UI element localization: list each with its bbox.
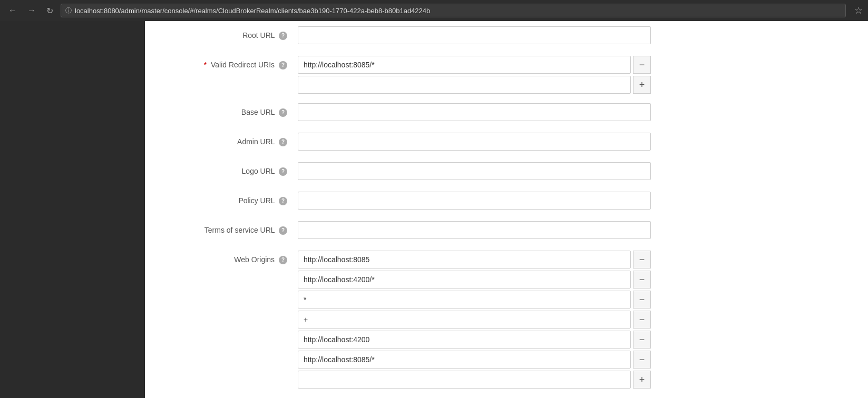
root-url-input-area bbox=[298, 26, 651, 44]
policy-url-input-area bbox=[298, 192, 651, 210]
web-origins-remove-button-2[interactable]: − bbox=[633, 271, 651, 288]
web-origins-input-1[interactable] bbox=[298, 251, 631, 268]
admin-url-input[interactable] bbox=[298, 133, 651, 151]
valid-redirect-input-row-1: − bbox=[298, 56, 651, 74]
page-layout: Root URL ? * Valid Redirect URIs ? − bbox=[0, 21, 868, 398]
web-origins-remove-button-1[interactable]: − bbox=[633, 251, 651, 268]
policy-url-row: Policy URL ? bbox=[166, 192, 651, 212]
root-url-input[interactable] bbox=[298, 26, 651, 44]
web-origins-remove-button-4[interactable]: − bbox=[633, 311, 651, 329]
valid-redirect-uris-row: * Valid Redirect URIs ? − + bbox=[166, 56, 651, 94]
web-origins-row-6: − bbox=[298, 351, 651, 369]
web-origins-row-2: − bbox=[298, 271, 651, 288]
terms-of-service-url-label: Terms of service URL ? bbox=[166, 221, 298, 236]
web-origins-help-icon[interactable]: ? bbox=[279, 256, 287, 264]
terms-of-service-url-input-area bbox=[298, 221, 651, 239]
valid-redirect-help-icon[interactable]: ? bbox=[279, 61, 287, 69]
valid-redirect-remove-button-1[interactable]: − bbox=[633, 56, 651, 74]
policy-url-label: Policy URL ? bbox=[166, 192, 298, 206]
admin-url-label: Admin URL ? bbox=[166, 133, 298, 147]
root-url-label: Root URL ? bbox=[166, 26, 298, 41]
browser-chrome: ← → ↻ ⓘ localhost:8080/admin/master/cons… bbox=[0, 0, 868, 21]
main-content: Root URL ? * Valid Redirect URIs ? − bbox=[145, 21, 868, 398]
web-origins-row-5: − bbox=[298, 331, 651, 349]
web-origins-row-1: − bbox=[298, 251, 651, 268]
terms-of-service-url-input[interactable] bbox=[298, 221, 651, 239]
valid-redirect-input-2[interactable] bbox=[298, 76, 631, 94]
admin-url-help-icon[interactable]: ? bbox=[279, 138, 287, 146]
refresh-button[interactable]: ↻ bbox=[43, 4, 56, 18]
web-origins-remove-button-3[interactable]: − bbox=[633, 291, 651, 309]
web-origins-input-2[interactable] bbox=[298, 271, 631, 288]
forward-button[interactable]: → bbox=[24, 4, 39, 17]
logo-url-input[interactable] bbox=[298, 162, 651, 180]
valid-redirect-input-1[interactable] bbox=[298, 56, 631, 74]
valid-redirect-uris-label: * Valid Redirect URIs ? bbox=[166, 56, 298, 71]
terms-of-service-url-help-icon[interactable]: ? bbox=[279, 226, 287, 235]
valid-redirect-add-button[interactable]: + bbox=[633, 76, 651, 94]
logo-url-help-icon[interactable]: ? bbox=[279, 167, 287, 176]
base-url-input[interactable] bbox=[298, 103, 651, 121]
web-origins-remove-button-6[interactable]: − bbox=[633, 351, 651, 369]
base-url-input-area bbox=[298, 103, 651, 121]
web-origins-label: Web Origins ? bbox=[166, 251, 298, 265]
web-origins-remove-button-5[interactable]: − bbox=[633, 331, 651, 349]
sidebar bbox=[0, 21, 145, 398]
base-url-row: Base URL ? bbox=[166, 103, 651, 123]
web-origins-input-area: − − − − bbox=[298, 251, 651, 389]
root-url-help-icon[interactable]: ? bbox=[279, 32, 287, 40]
logo-url-input-area bbox=[298, 162, 651, 180]
web-origins-input-4[interactable] bbox=[298, 311, 631, 329]
web-origins-row-4: − bbox=[298, 311, 651, 329]
address-text: localhost:8080/admin/master/console/#/re… bbox=[75, 7, 430, 15]
terms-of-service-url-row: Terms of service URL ? bbox=[166, 221, 651, 241]
address-bar[interactable]: ⓘ localhost:8080/admin/master/console/#/… bbox=[61, 4, 846, 17]
info-icon: ⓘ bbox=[65, 6, 72, 15]
base-url-help-icon[interactable]: ? bbox=[279, 108, 287, 117]
root-url-row: Root URL ? bbox=[166, 26, 651, 46]
web-origins-row: Web Origins ? − − − bbox=[166, 251, 651, 389]
web-origins-row-7: + bbox=[298, 371, 651, 389]
logo-url-label: Logo URL ? bbox=[166, 162, 298, 177]
admin-url-row: Admin URL ? bbox=[166, 133, 651, 153]
web-origins-input-3[interactable] bbox=[298, 291, 631, 309]
form-container: Root URL ? * Valid Redirect URIs ? − bbox=[145, 21, 672, 398]
valid-redirect-input-row-2: + bbox=[298, 76, 651, 94]
bookmark-icon[interactable]: ☆ bbox=[854, 5, 863, 16]
admin-url-input-area bbox=[298, 133, 651, 151]
web-origins-input-7[interactable] bbox=[298, 371, 631, 389]
back-button[interactable]: ← bbox=[5, 4, 20, 17]
valid-redirect-uris-input-area: − + bbox=[298, 56, 651, 94]
base-url-label: Base URL ? bbox=[166, 103, 298, 118]
policy-url-input[interactable] bbox=[298, 192, 651, 210]
policy-url-help-icon[interactable]: ? bbox=[279, 197, 287, 205]
web-origins-add-button[interactable]: + bbox=[633, 371, 651, 389]
web-origins-row-3: − bbox=[298, 291, 651, 309]
web-origins-input-5[interactable] bbox=[298, 331, 631, 349]
logo-url-row: Logo URL ? bbox=[166, 162, 651, 182]
web-origins-input-6[interactable] bbox=[298, 351, 631, 369]
